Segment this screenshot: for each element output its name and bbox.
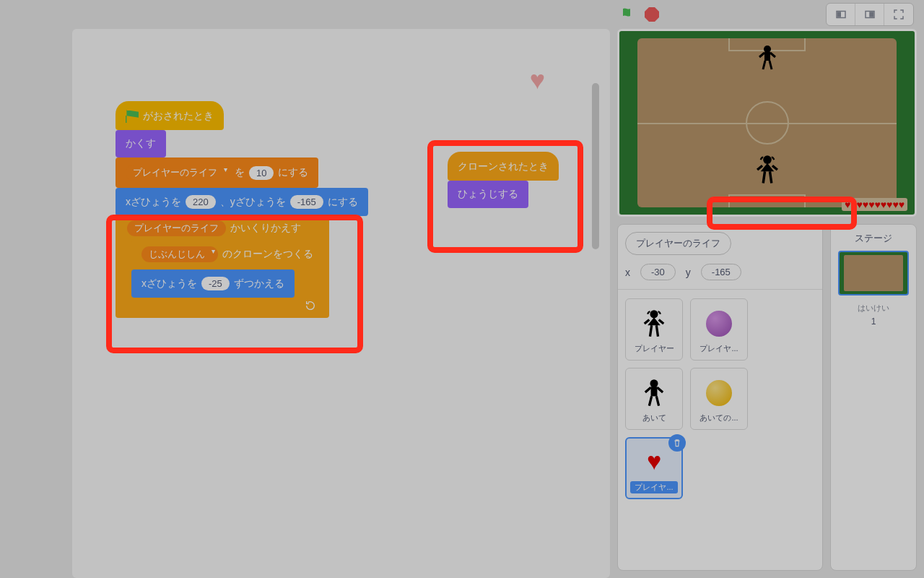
large-stage-button[interactable]: [855, 4, 884, 25]
variable-dropdown[interactable]: プレイヤーのライフ: [126, 165, 230, 181]
svg-point-6: [763, 155, 772, 164]
stage-thumbnail[interactable]: [838, 251, 909, 296]
svg-point-4: [764, 46, 771, 53]
text: のクローンをつくる: [222, 248, 313, 261]
fullscreen-button[interactable]: [884, 4, 913, 25]
sprite-label: プレイヤー: [635, 343, 674, 354]
block-stack-clone: クローンされたとき ひょうじする: [448, 152, 559, 208]
sprite-watermark-heart-icon: ♥: [530, 65, 545, 95]
block-label: かくす: [126, 137, 156, 150]
block-when-cloned[interactable]: クローンされたとき: [448, 152, 559, 181]
text: ずつかえる: [234, 277, 284, 290]
svg-rect-1: [837, 12, 840, 17]
repeat-count-var[interactable]: プレイヤーのライフ: [127, 220, 226, 236]
delete-sprite-button[interactable]: [668, 434, 686, 452]
stage-preview[interactable]: ♥♥♥♥♥♥♥♥♥♥: [617, 29, 917, 217]
stop-button[interactable]: [645, 7, 659, 22]
text: にする: [328, 196, 358, 209]
sprite-tile-player[interactable]: プレイヤー: [625, 298, 683, 361]
y-label: y: [686, 267, 691, 278]
text: xざひょうを: [141, 277, 197, 290]
svg-point-7: [650, 310, 658, 318]
sprite-tile-player-ball[interactable]: プレイヤ...: [690, 298, 748, 361]
text: かいくりかえす: [230, 222, 301, 235]
sprite-label: プレイヤ...: [630, 481, 677, 493]
sprite-name-pill[interactable]: プレイヤーのライフ: [625, 232, 731, 255]
backdrop-label: はいけい: [838, 303, 909, 314]
x-value-input[interactable]: -30: [640, 264, 676, 280]
text: を: [235, 166, 245, 179]
sprite-label: プレイヤ...: [699, 343, 738, 354]
sprite-label: あいて: [642, 413, 666, 423]
sprite-tile-opponent[interactable]: あいて: [625, 368, 683, 430]
text: にする: [278, 166, 308, 179]
stage-sprite-opponent: [757, 44, 778, 72]
svg-point-8: [650, 379, 658, 387]
text: 、yざひょうを: [220, 196, 286, 209]
delta-x-input[interactable]: -25: [201, 277, 230, 290]
backdrop-count: 1: [838, 316, 909, 327]
run-green-flag-button[interactable]: [620, 6, 637, 23]
block-set-variable[interactable]: プレイヤーのライフ を 10 にする: [116, 158, 318, 188]
sprite-label: あいての...: [699, 413, 738, 423]
x-label: x: [625, 267, 630, 278]
block-label: クローンされたとき: [458, 160, 549, 173]
block-change-x[interactable]: xざひょうを -25 ずつかえる: [131, 269, 295, 298]
y-value-input[interactable]: -165: [701, 264, 741, 280]
hearts-display: ♥♥♥♥♥♥♥♥♥♥: [842, 198, 907, 211]
sprite-panel: プレイヤーのライフ x -30 y -165 プレイヤー プレイヤ...: [617, 224, 823, 571]
sprite-list: プレイヤー プレイヤ... あいて あいての...: [625, 298, 815, 499]
script-workspace[interactable]: ♥ がおされたとき かくす プレイヤーのライフ を 10 にする xざひょうを …: [72, 29, 610, 578]
svg-rect-5: [764, 52, 770, 61]
block-repeat[interactable]: プレイヤーのライフ かいくりかえす じぶんじしん のクローンをつくる xざひょう…: [116, 216, 329, 318]
x-input[interactable]: 220: [186, 195, 216, 209]
stage-panel: ステージ はいけい 1: [830, 224, 917, 571]
stage-title: ステージ: [838, 232, 909, 245]
green-flag-icon: [126, 110, 139, 123]
workspace-scrollbar[interactable]: [592, 83, 599, 249]
block-stack-main: がおされたとき かくす プレイヤーのライフ を 10 にする xざひょうを 22…: [116, 101, 368, 318]
block-create-clone[interactable]: じぶんじしん のクローンをつくる: [131, 239, 323, 269]
block-label: がおされたとき: [143, 110, 214, 123]
block-show[interactable]: ひょうじする: [448, 181, 528, 208]
sprite-tile-opponent-ball[interactable]: あいての...: [690, 368, 748, 430]
clone-target-dropdown[interactable]: じぶんじしん: [141, 246, 218, 262]
stage-view-controls: [826, 3, 914, 26]
sprite-tile-life-heart[interactable]: ♥ プレイヤ...: [625, 437, 683, 499]
block-label: ひょうじする: [458, 188, 518, 201]
block-hide[interactable]: かくす: [116, 130, 166, 158]
loop-arrow-icon: [127, 298, 323, 314]
small-stage-button[interactable]: [827, 4, 855, 25]
block-goto-xy[interactable]: xざひょうを 220 、yざひょうを -165 にする: [116, 188, 368, 216]
text: xざひょうを: [126, 196, 181, 209]
stage-sprite-player: [754, 154, 780, 186]
svg-rect-9: [651, 387, 658, 396]
svg-rect-3: [870, 12, 873, 17]
block-when-flag-clicked[interactable]: がおされたとき: [116, 101, 224, 130]
value-input[interactable]: 10: [249, 166, 274, 180]
y-input[interactable]: -165: [290, 195, 323, 209]
